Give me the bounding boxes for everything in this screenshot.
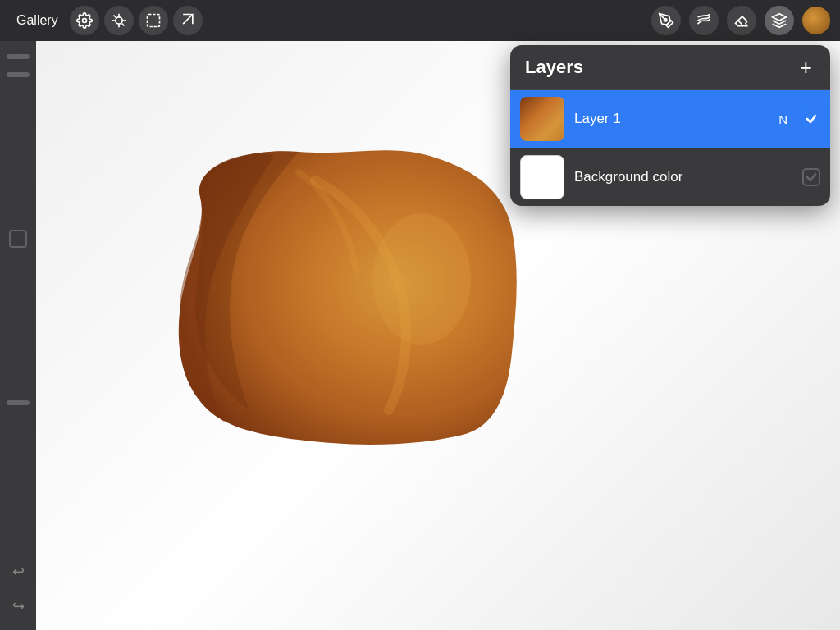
smudge-tool-button[interactable] <box>689 6 719 35</box>
bg-checkmark-icon <box>806 171 817 183</box>
layers-panel: Layers + Layer 1 N Background color <box>510 45 830 206</box>
background-name: Background color <box>574 169 792 185</box>
smudge-icon <box>696 12 712 29</box>
svg-line-4 <box>113 16 116 18</box>
pen-tool-button[interactable] <box>651 6 681 35</box>
eraser-icon <box>733 12 750 29</box>
svg-rect-8 <box>147 15 159 27</box>
layers-panel-title: Layers <box>525 57 583 78</box>
layers-panel-button[interactable] <box>765 6 794 35</box>
undo-button[interactable]: ↩ <box>7 558 30 586</box>
svg-line-5 <box>121 24 124 26</box>
color-swatch[interactable] <box>9 230 27 248</box>
checkmark-icon <box>806 113 817 125</box>
selection-icon <box>145 12 162 29</box>
user-avatar[interactable] <box>802 7 830 34</box>
brush-opacity-slider[interactable] <box>7 72 30 77</box>
eraser-tool-button[interactable] <box>727 6 756 35</box>
toolbar-left: Gallery <box>10 6 203 35</box>
layers-header: Layers + <box>510 45 830 89</box>
adjustments-button[interactable] <box>104 6 134 35</box>
svg-marker-10 <box>773 14 787 21</box>
settings-button[interactable] <box>70 6 99 35</box>
svg-point-0 <box>82 19 86 23</box>
layer1-visibility-checkbox[interactable] <box>802 110 820 128</box>
layer1-blend-mode[interactable]: N <box>778 112 788 126</box>
layer-row-background[interactable]: Background color <box>510 148 830 206</box>
svg-point-1 <box>116 17 122 24</box>
redo-button[interactable]: ↪ <box>7 592 30 620</box>
background-visibility-checkbox[interactable] <box>802 168 820 186</box>
layer1-thumbnail <box>520 97 564 141</box>
layers-icon <box>771 12 788 29</box>
toolbar: Gallery <box>0 0 840 41</box>
toolbar-right <box>651 6 830 35</box>
transform-icon <box>180 12 196 29</box>
paint-blob <box>151 131 520 451</box>
add-layer-button[interactable]: + <box>797 57 815 78</box>
layer-row-layer1[interactable]: Layer 1 N <box>510 89 830 148</box>
pen-tool-icon <box>658 12 674 29</box>
sidebar: ↩ ↪ <box>0 41 36 630</box>
gallery-button[interactable]: Gallery <box>10 10 65 31</box>
adjustments-icon <box>111 12 127 29</box>
transform-button[interactable] <box>173 6 203 35</box>
selection-button[interactable] <box>139 6 168 35</box>
settings-icon <box>76 12 93 29</box>
layer1-name: Layer 1 <box>574 111 769 127</box>
brush-size-slider[interactable] <box>7 54 30 59</box>
svg-point-11 <box>372 213 471 345</box>
background-thumbnail <box>520 155 564 199</box>
sidebar-slider-2[interactable] <box>7 400 30 405</box>
